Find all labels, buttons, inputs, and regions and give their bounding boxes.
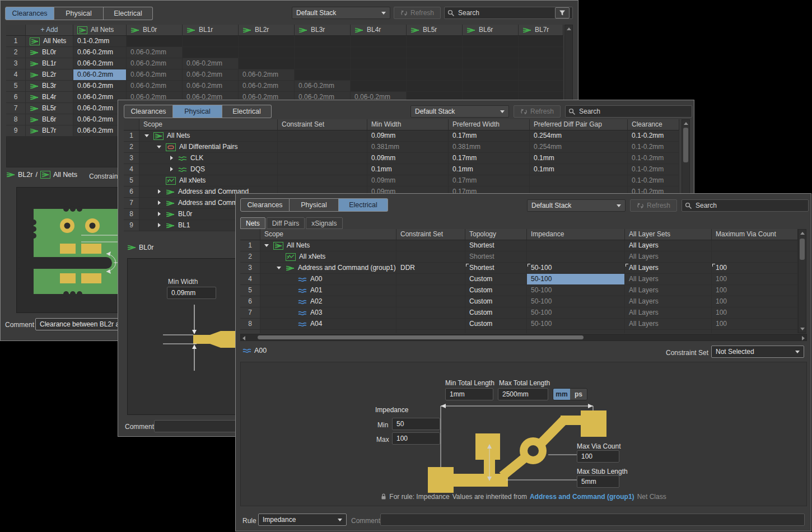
value-cell[interactable]: All Layers: [625, 285, 712, 296]
value-cell[interactable]: 100: [712, 285, 798, 296]
value-cell[interactable]: 50-100: [527, 296, 625, 307]
clearance-cell[interactable]: 0.06-0.2mm: [73, 47, 127, 58]
value-cell[interactable]: [712, 251, 798, 263]
value-cell[interactable]: All Layers: [625, 263, 712, 274]
scope-cell[interactable]: Address and Command (group1): [260, 263, 396, 274]
column-header-bl1r[interactable]: BL1r: [183, 25, 239, 36]
clearance-cell[interactable]: 0.06-0.2mm: [73, 58, 127, 69]
clearance-cell[interactable]: 0.06-0.2mm: [183, 58, 239, 69]
clearance-cell[interactable]: [519, 69, 563, 81]
tab-electrical[interactable]: Electrical: [222, 105, 272, 118]
row-number[interactable]: 7: [124, 198, 139, 209]
row-number[interactable]: 4: [124, 164, 139, 175]
value-cell[interactable]: [278, 153, 367, 164]
value-cell[interactable]: DDR: [396, 263, 465, 274]
tab-electrical[interactable]: Electrical: [104, 7, 153, 20]
unit-mm-button[interactable]: mm: [553, 389, 570, 400]
value-cell[interactable]: [530, 175, 628, 186]
column-header-impedance[interactable]: Impedance: [527, 229, 625, 240]
value-cell[interactable]: 50-100: [527, 285, 625, 296]
value-cell[interactable]: 0.254mm: [530, 142, 628, 153]
row-number[interactable]: 4: [6, 69, 26, 81]
clearance-cell[interactable]: [351, 36, 407, 47]
clearance-cell[interactable]: [407, 58, 463, 69]
layer-stack-select[interactable]: Default Stack: [292, 7, 390, 19]
net-class-cell[interactable]: BL0r: [26, 47, 73, 58]
value-cell[interactable]: Custom: [465, 274, 527, 285]
column-header-bl7r[interactable]: BL7r: [519, 25, 563, 36]
value-cell[interactable]: 100: [712, 263, 798, 274]
scope-cell[interactable]: All Differential Pairs: [139, 142, 278, 153]
value-cell[interactable]: [712, 240, 798, 251]
row-number[interactable]: 3: [240, 263, 260, 274]
value-cell[interactable]: [278, 142, 367, 153]
net-class-cell[interactable]: All Nets: [26, 36, 73, 47]
scope-cell[interactable]: A03: [260, 307, 396, 319]
clearance-cell[interactable]: [407, 81, 463, 92]
net-class-cell[interactable]: BL1r: [26, 58, 73, 69]
row-number[interactable]: 8: [6, 114, 26, 125]
value-cell[interactable]: 0.1-0.2mm: [628, 153, 679, 164]
column-header-bl5r[interactable]: BL5r: [407, 25, 463, 36]
expand-icon[interactable]: [169, 155, 175, 161]
clearance-cell[interactable]: [463, 36, 519, 47]
expand-icon[interactable]: [156, 189, 162, 195]
clearance-cell[interactable]: [519, 47, 563, 58]
value-cell[interactable]: 0.1mm: [449, 164, 530, 175]
clearance-cell[interactable]: [519, 36, 563, 47]
collapse-icon[interactable]: [144, 133, 150, 139]
collapse-icon[interactable]: [156, 144, 162, 150]
row-number[interactable]: 2: [6, 47, 26, 58]
value-cell[interactable]: 0.09mm: [367, 153, 449, 164]
column-header-bl3r[interactable]: BL3r: [295, 25, 351, 36]
clearance-cell[interactable]: [351, 81, 407, 92]
tab-clearances[interactable]: Clearances: [5, 7, 54, 20]
row-number[interactable]: 1: [240, 240, 260, 251]
unit-ps-button[interactable]: ps: [570, 389, 587, 400]
row-number[interactable]: 8: [240, 319, 260, 330]
value-cell[interactable]: 0.381mm: [449, 142, 530, 153]
value-cell[interactable]: [527, 251, 625, 263]
clearance-cell[interactable]: [295, 36, 351, 47]
value-cell[interactable]: Shortest: [465, 263, 527, 274]
clearance-cell[interactable]: [183, 47, 239, 58]
min-total-length-input[interactable]: 1mm: [445, 388, 493, 400]
value-cell[interactable]: [396, 240, 465, 251]
column-header-bl6r[interactable]: BL6r: [463, 25, 519, 36]
value-cell[interactable]: 50-100: [527, 263, 625, 274]
value-cell[interactable]: 100: [712, 319, 798, 330]
scrollbar-thumb[interactable]: [258, 335, 584, 339]
tab-electrical[interactable]: Electrical: [339, 198, 388, 212]
scope-cell[interactable]: DQS: [139, 164, 278, 175]
clearance-cell[interactable]: [351, 69, 407, 81]
clearance-cell[interactable]: [239, 47, 295, 58]
column-header-scope[interactable]: Scope: [260, 229, 396, 240]
value-cell[interactable]: 0.254mm: [530, 130, 628, 142]
clearance-cell[interactable]: [239, 36, 295, 47]
value-cell[interactable]: 0.1-0.2mm: [628, 142, 679, 153]
column-header-constraint-set[interactable]: Constraint Set: [396, 229, 465, 240]
value-cell[interactable]: All Layers: [625, 251, 712, 263]
scope-cell[interactable]: A02: [260, 296, 396, 307]
value-cell[interactable]: Custom: [465, 307, 527, 319]
net-class-cell[interactable]: BL2r: [26, 69, 73, 81]
clearance-cell[interactable]: [295, 47, 351, 58]
clearance-cell[interactable]: [463, 47, 519, 58]
column-header-constraint-set[interactable]: Constraint Set: [278, 119, 367, 130]
subtab-xsignals[interactable]: xSignals: [306, 217, 342, 229]
layer-stack-select[interactable]: Default Stack: [527, 199, 626, 212]
scope-cell[interactable]: All xNets: [260, 251, 396, 263]
value-cell[interactable]: 0.09mm: [367, 130, 449, 142]
row-number[interactable]: 1: [124, 130, 139, 142]
clearance-cell[interactable]: 0.06-0.2mm: [239, 69, 295, 81]
filter-button[interactable]: [555, 7, 570, 18]
column-header-bl0r[interactable]: BL0r: [127, 25, 183, 36]
value-cell[interactable]: 100: [712, 274, 798, 285]
net-class-cell[interactable]: BL3r: [26, 81, 73, 92]
value-cell[interactable]: 50-100: [527, 274, 625, 285]
value-cell[interactable]: Custom: [465, 285, 527, 296]
value-cell[interactable]: [278, 175, 367, 186]
rule-select[interactable]: Impedance: [258, 514, 347, 526]
clearance-cell[interactable]: 0.06-0.2mm: [127, 47, 183, 58]
note-netclass-link[interactable]: Address and Command (group1): [530, 493, 634, 501]
